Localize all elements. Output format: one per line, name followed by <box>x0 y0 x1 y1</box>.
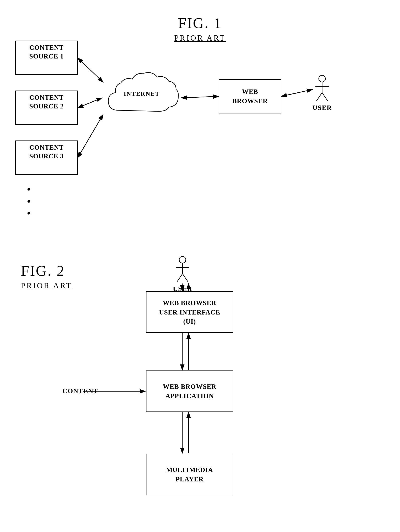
dots: • • • <box>27 183 31 219</box>
fig1-section: FIG. 1 PRIOR ART CONTENTSOURCE 1 CONTENT… <box>0 8 400 216</box>
svg-line-10 <box>78 98 102 108</box>
svg-line-5 <box>322 93 328 101</box>
svg-line-14 <box>181 96 219 98</box>
svg-line-12 <box>78 114 103 158</box>
multimedia-player-box: MULTIMEDIAPLAYER <box>146 454 233 495</box>
svg-line-17 <box>281 89 312 96</box>
fig1-user-figure: USER <box>312 75 332 112</box>
fig2-title: FIG. 2 <box>21 262 65 279</box>
svg-line-8 <box>78 58 103 82</box>
dot2: • <box>27 195 31 207</box>
content-source-1-box: CONTENTSOURCE 1 <box>15 41 78 75</box>
svg-line-21 <box>177 274 182 282</box>
fig1-subtitle: PRIOR ART <box>174 33 226 43</box>
svg-line-13 <box>78 114 103 158</box>
web-browser-app-label: WEB BROWSERAPPLICATION <box>163 382 216 401</box>
fig2-user-figure: USER <box>173 256 192 293</box>
content-source-1-label: CONTENTSOURCE 1 <box>29 44 64 60</box>
svg-point-18 <box>179 256 186 263</box>
web-browser-ui-box: WEB BROWSERUSER INTERFACE(UI) <box>146 291 233 333</box>
internet-cloud: INTERNET <box>102 69 181 127</box>
web-browser-app-box: WEB BROWSERAPPLICATION <box>146 370 233 412</box>
svg-line-4 <box>316 93 322 101</box>
fig1-user-label: USER <box>312 104 332 112</box>
svg-line-11 <box>78 98 102 108</box>
fig2-section: FIG. 2 PRIOR ART USER WEB BROWSERUSER IN… <box>0 250 400 532</box>
fig2-subtitle: PRIOR ART <box>21 281 72 290</box>
svg-line-15 <box>181 96 219 98</box>
svg-line-9 <box>78 58 103 82</box>
dot3: • <box>27 207 31 219</box>
dot1: • <box>27 183 31 195</box>
page: FIG. 1 PRIOR ART CONTENTSOURCE 1 CONTENT… <box>0 0 400 532</box>
fig2-user-icon <box>174 256 192 283</box>
web-browser-ui-label: WEB BROWSERUSER INTERFACE(UI) <box>159 298 220 326</box>
web-browser-label: WEBBROWSER <box>232 87 268 106</box>
svg-text:INTERNET: INTERNET <box>124 90 160 97</box>
content-source-3-box: CONTENTSOURCE 3 <box>15 140 78 175</box>
fig1-title: FIG. 1 <box>178 15 222 32</box>
content-source-2-label: CONTENTSOURCE 2 <box>29 94 64 110</box>
web-browser-box: WEBBROWSER <box>219 79 281 114</box>
content-label: CONTENT <box>63 387 98 395</box>
svg-point-1 <box>319 75 325 82</box>
svg-line-22 <box>182 274 188 282</box>
content-source-2-box: CONTENTSOURCE 2 <box>15 90 78 125</box>
svg-line-16 <box>281 89 312 96</box>
fig1-user-icon <box>313 75 331 102</box>
multimedia-player-label: MULTIMEDIAPLAYER <box>166 465 213 484</box>
content-source-3-label: CONTENTSOURCE 3 <box>29 144 64 160</box>
